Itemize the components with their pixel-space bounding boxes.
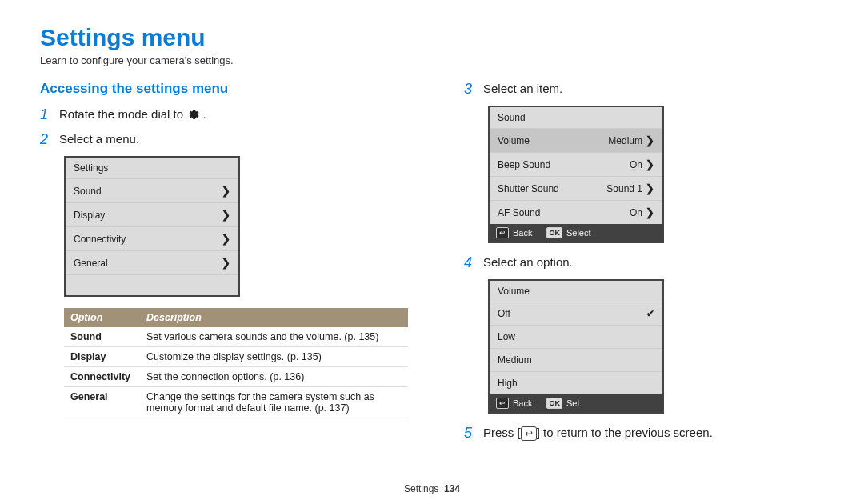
step-1-text-before: Rotate the mode dial to (59, 107, 186, 121)
step-number: 4 (464, 254, 475, 271)
step-number: 1 (40, 106, 51, 123)
item-row-shutter[interactable]: Shutter Sound Sound 1❯ (490, 176, 662, 200)
item-row-beep[interactable]: Beep Sound On❯ (490, 152, 662, 176)
chevron-right-icon: ❯ (646, 182, 654, 194)
return-icon: ↩ (521, 426, 537, 441)
step-1: 1 Rotate the mode dial to . (40, 106, 408, 123)
right-column: 3 Select an item. Sound Volume Medium❯ B… (464, 81, 824, 450)
step-5-text-before: Press [ (483, 426, 521, 439)
menu-item-display[interactable]: Display ❯ (66, 202, 238, 226)
step-4-text: Select an option. (483, 254, 573, 269)
menu-item-general[interactable]: General ❯ (66, 250, 238, 274)
step-number: 2 (40, 131, 51, 148)
item-row-volume[interactable]: Volume Medium❯ (490, 128, 662, 152)
footer-back[interactable]: ↩Back (496, 227, 532, 238)
table-header-option: Option (64, 308, 140, 327)
page-title: Settings menu (40, 24, 824, 51)
item-row-af[interactable]: AF Sound On❯ (490, 200, 662, 224)
footer-page-number: 134 (444, 483, 460, 494)
step-5: 5 Press [↩] to return to the previous sc… (464, 425, 824, 442)
chevron-right-icon: ❯ (646, 134, 654, 146)
options-description-table: Option Description Sound Set various cam… (64, 308, 408, 418)
check-icon: ✔ (646, 308, 654, 319)
step-number: 3 (464, 81, 475, 98)
page-footer: Settings 134 (0, 483, 864, 494)
step-4: 4 Select an option. (464, 254, 824, 271)
option-row-off[interactable]: Off ✔ (490, 302, 662, 325)
settings-menu-panel: Settings Sound ❯ Display ❯ Connectivity … (64, 156, 240, 297)
step-5-text-after: ] to return to the previous screen. (537, 426, 713, 439)
left-column: Accessing the settings menu 1 Rotate the… (40, 81, 408, 450)
step-3: 3 Select an item. (464, 81, 824, 98)
sound-item-panel: Sound Volume Medium❯ Beep Sound On❯ Shut… (488, 106, 664, 243)
chevron-right-icon: ❯ (222, 233, 230, 245)
footer-select[interactable]: OKSelect (546, 227, 590, 238)
option-row-medium[interactable]: Medium (490, 348, 662, 371)
back-icon: ↩ (496, 227, 509, 238)
option-row-low[interactable]: Low (490, 325, 662, 348)
chevron-right-icon: ❯ (222, 257, 230, 269)
panel-header: Volume (490, 281, 662, 302)
step-number: 5 (464, 425, 475, 442)
table-row: Display Customize the display settings. … (64, 347, 408, 367)
footer-section: Settings (404, 483, 438, 494)
table-row: General Change the settings for the came… (64, 387, 408, 418)
chevron-right-icon: ❯ (646, 206, 654, 218)
panel-footer: ↩Back OKSet (490, 394, 662, 412)
footer-set[interactable]: OKSet (546, 398, 579, 409)
step-2-text: Select a menu. (59, 131, 139, 146)
menu-item-sound[interactable]: Sound ❯ (66, 178, 238, 202)
footer-back[interactable]: ↩Back (496, 398, 532, 409)
gear-icon (186, 108, 199, 123)
back-icon: ↩ (496, 398, 509, 409)
table-row: Connectivity Set the connection options.… (64, 367, 408, 387)
panel-header: Settings (66, 158, 238, 178)
chevron-right-icon: ❯ (222, 209, 230, 221)
step-2: 2 Select a menu. (40, 131, 408, 148)
option-row-high[interactable]: High (490, 371, 662, 394)
section-heading: Accessing the settings menu (40, 81, 408, 97)
panel-header: Sound (490, 107, 662, 128)
panel-footer: ↩Back OKSelect (490, 224, 662, 242)
ok-icon: OK (546, 227, 562, 238)
ok-icon: OK (546, 398, 562, 409)
table-header-description: Description (140, 308, 408, 327)
page-subtitle: Learn to configure your camera's setting… (40, 54, 824, 66)
chevron-right-icon: ❯ (222, 185, 230, 197)
step-3-text: Select an item. (483, 81, 562, 95)
table-row: Sound Set various camera sounds and the … (64, 327, 408, 347)
volume-option-panel: Volume Off ✔ Low Medium High ↩Back OKSet (488, 279, 664, 414)
chevron-right-icon: ❯ (646, 158, 654, 170)
step-1-text-after: . (202, 107, 206, 121)
menu-item-connectivity[interactable]: Connectivity ❯ (66, 226, 238, 250)
menu-item-empty (66, 274, 238, 295)
